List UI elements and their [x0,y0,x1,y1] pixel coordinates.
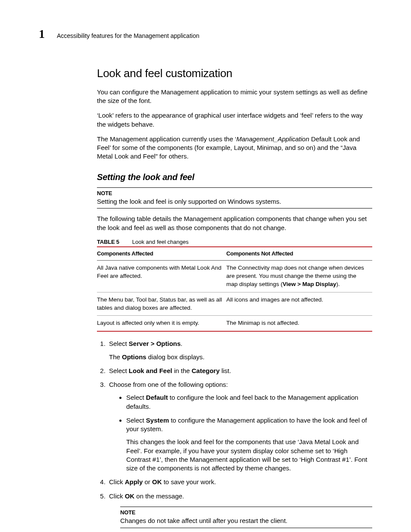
options-list: Select Default to configure the look and… [109,393,372,473]
text-run: in the [172,367,192,374]
text-run: All icons and images are not affected. [226,296,323,303]
bold-term: Default [146,394,168,401]
table-cell: The Connectivity map does not change whe… [226,261,372,292]
table-header: Components Affected [97,247,226,260]
option-item: Select Default to configure the look and… [126,393,372,411]
step: Select Server > Options. The Options dia… [107,339,372,361]
content-column: Look and feel customization You can conf… [97,66,372,528]
page: 1 Accessibility features for the Managem… [0,0,411,532]
table-cell: Layout is affected only when it is empty… [97,316,226,331]
table-caption: TABLE 5Look and feel changes [97,238,372,246]
chapter-number: 1 [39,26,45,42]
note-label: NOTE [97,190,372,197]
bold-term: Look and Feel [129,367,172,374]
option-detail: This changes the look and feel for the c… [126,438,372,473]
section-title: Look and feel customization [97,66,372,81]
text-run: Click [109,492,125,500]
step: Click OK on the message. NOTE Changes do… [107,492,372,528]
bold-term: OK [152,478,162,485]
text-run: The Minimap is not affected. [226,320,299,326]
option-item: Select System to configure the Managemen… [126,416,372,473]
text-run: to save your work. [162,478,216,485]
bold-term: Options [122,353,146,361]
look-and-feel-table: Components Affected Components Not Affec… [97,246,372,332]
text-run: on the message. [134,492,184,500]
text-run: Click [109,478,125,485]
table-cell: All Java native components with Metal Lo… [97,261,226,292]
bold-term: Category [192,367,220,374]
paragraph: The following table details the Manageme… [97,215,372,232]
text-run: The Management application currently use… [97,135,237,143]
paragraph: ‘Look’ refers to the appearance of graph… [97,111,372,129]
bold-term: System [146,417,169,424]
text-run: Select [109,340,129,347]
note-block: NOTE Changes do not take affect until af… [120,507,372,528]
step: Choose from one of the following options… [107,380,372,473]
text-run: dialog box displays. [146,353,205,361]
table-title: Look and feel changes [132,239,189,245]
note-text: Changes do not take affect until after y… [120,517,287,524]
text-run: . [181,340,182,347]
paragraph: You can configure the Management applica… [97,88,372,106]
text-run: ). [336,281,340,287]
text-run: Select [126,417,146,424]
text-run: Select [126,394,146,401]
text-run: Select [109,367,129,374]
note-block: NOTE Setting the look and feel is only s… [97,187,372,209]
text-run: list. [220,367,231,374]
table-cell: All icons and images are not affected. [226,292,372,316]
table-cell: The Minimap is not affected. [226,316,372,331]
note-text: Setting the look and feel is only suppor… [97,198,281,205]
note-label: NOTE [120,509,372,516]
running-header: 1 Accessibility features for the Managem… [39,26,372,42]
running-title: Accessibility features for the Managemen… [57,32,199,40]
text-run: The [109,353,122,361]
step: Select Look and Feel in the Category lis… [107,367,372,375]
text-run: Choose from one of the following options… [109,381,228,388]
step: Click Apply or OK to save your work. [107,478,372,486]
bold-term: Apply [125,478,143,485]
table-row: Layout is affected only when it is empty… [97,316,372,331]
bold-term: View > Map Display [283,281,336,287]
italic-term: Management_Application [237,135,309,143]
step-sub: The Options dialog box displays. [109,353,372,361]
procedure-list: Select Server > Options. The Options dia… [97,339,372,528]
text-run: or [143,478,152,485]
table-cell: The Menu bar, Tool bar, Status bar, as w… [97,292,226,316]
table-row: The Menu bar, Tool bar, Status bar, as w… [97,292,372,316]
table-row: All Java native components with Metal Lo… [97,261,372,292]
bold-term: Server > Options [129,340,181,347]
bold-term: OK [125,492,135,500]
subsection-title: Setting the look and feel [97,171,372,183]
paragraph: The Management application currently use… [97,135,372,161]
table-header: Components Not Affected [226,247,372,260]
table-number: TABLE 5 [97,239,119,245]
